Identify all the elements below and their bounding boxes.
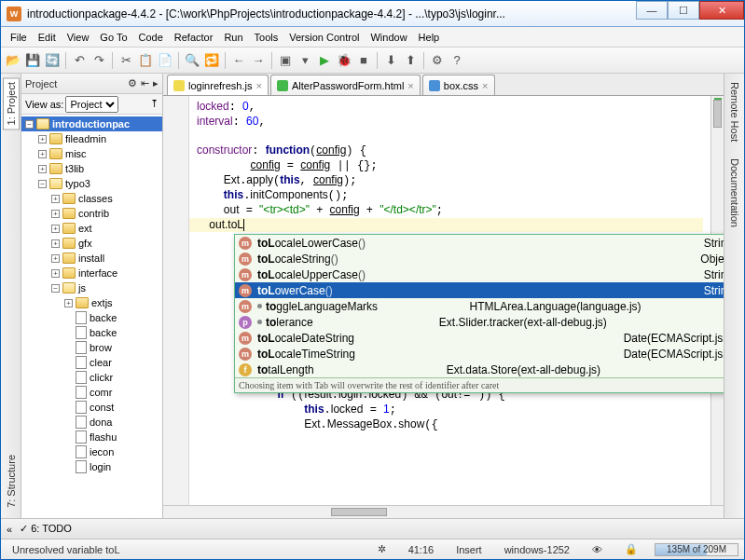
status-inspector-icon[interactable]: 👁	[586, 544, 608, 555]
completion-item[interactable]: mtoggleLanguageMarksHTMLArea.Language(la…	[235, 298, 724, 314]
hscroll-thumb[interactable]	[331, 508, 387, 516]
tree-node[interactable]: +fileadmin	[21, 131, 162, 146]
expand-icon[interactable]: +	[51, 195, 60, 203]
redo-icon[interactable]: ↷	[90, 52, 107, 69]
tree-node[interactable]: iecon	[21, 444, 162, 459]
menu-edit[interactable]: Edit	[33, 30, 62, 45]
completion-item[interactable]: ftotalLengthExt.data.Store(ext-all-debug…	[235, 362, 724, 377]
menu-run[interactable]: Run	[218, 30, 248, 45]
view-as-select[interactable]: Project	[65, 96, 118, 113]
tree-node[interactable]: backe	[21, 325, 162, 340]
forward-icon[interactable]: →	[250, 52, 267, 69]
stop-icon[interactable]: ■	[355, 52, 372, 69]
tool-remote-host-tab[interactable]: Remote Host	[726, 77, 743, 146]
menu-window[interactable]: Window	[365, 30, 412, 45]
save-all-icon[interactable]: 💾	[24, 52, 41, 69]
open-icon[interactable]: 📂	[5, 52, 21, 69]
run-icon[interactable]: ▶	[316, 52, 333, 69]
completion-item[interactable]: ptoleranceExt.Slider.tracker(ext-all-deb…	[235, 314, 724, 330]
debug-icon[interactable]: 🐞	[336, 52, 352, 69]
tree-node[interactable]: +misc	[21, 146, 162, 161]
completion-item[interactable]: mtoLocaleLowerCase()String	[235, 235, 724, 251]
build-icon[interactable]: ▣	[277, 52, 294, 69]
expand-icon[interactable]: +	[51, 210, 60, 218]
collapse-icon[interactable]: −	[38, 180, 47, 188]
completion-item[interactable]: mtoLocaleTimeStringDate(ECMAScript.js2)	[235, 346, 724, 362]
status-lock-icon[interactable]: 🔒	[619, 543, 643, 555]
close-tab-icon[interactable]: ×	[255, 80, 261, 91]
tool-documentation-tab[interactable]: Documentation	[726, 154, 743, 232]
expand-icon[interactable]: +	[38, 165, 47, 173]
find-icon[interactable]: 🔍	[184, 52, 200, 69]
status-caret-pos[interactable]: 41:16	[403, 544, 440, 555]
expand-icon[interactable]: +	[51, 225, 60, 233]
tab-alterpasswordform[interactable]: AlterPasswordForm.html ×	[270, 75, 421, 95]
replace-icon[interactable]: 🔁	[203, 52, 220, 69]
close-tab-icon[interactable]: ×	[407, 80, 413, 91]
tree-node[interactable]: login	[21, 459, 162, 474]
tree-node[interactable]: −js	[21, 280, 162, 295]
cut-icon[interactable]: ✂	[117, 52, 134, 69]
tree-node[interactable]: flashu	[21, 430, 162, 444]
close-button[interactable]: ✕	[699, 1, 744, 20]
tree-node[interactable]: comr	[21, 385, 162, 400]
settings-icon[interactable]: ⚙	[429, 52, 446, 69]
tree-node[interactable]: dona	[21, 415, 162, 430]
tree-node[interactable]: +ext	[21, 221, 162, 236]
minimize-button[interactable]: —	[636, 1, 668, 20]
menu-file[interactable]: File	[5, 30, 33, 45]
menu-refactor[interactable]: Refactor	[169, 30, 219, 45]
nav-prev-icon[interactable]: «	[7, 524, 12, 535]
vcs-update-icon[interactable]: ⬇	[382, 52, 399, 69]
tree-node[interactable]: clickr	[21, 370, 162, 385]
todo-tab[interactable]: ✓ 6: TODO	[20, 523, 72, 535]
tree-node[interactable]: +interface	[21, 266, 162, 280]
code-viewport[interactable]: locked: 0, interval: 60, constructor: fu…	[163, 96, 724, 518]
completion-popup[interactable]: mtoLocaleLowerCase()StringmtoLocaleStrin…	[234, 234, 724, 393]
maximize-button[interactable]: ☐	[668, 1, 699, 20]
completion-item[interactable]: mtoLocaleString()Object	[235, 251, 724, 266]
tree-node[interactable]: +gfx	[21, 236, 162, 251]
tool-project-tab[interactable]: 1: Project	[3, 77, 20, 130]
gutter[interactable]	[163, 96, 189, 518]
menu-help[interactable]: Help	[413, 30, 446, 45]
expand-icon[interactable]: +	[64, 299, 73, 307]
paste-icon[interactable]: 📄	[157, 52, 173, 69]
back-icon[interactable]: ←	[230, 52, 247, 69]
menu-tools[interactable]: Tools	[249, 30, 284, 45]
panel-collapse-icon[interactable]: ⇤	[141, 77, 149, 89]
tree-node[interactable]: const	[21, 400, 162, 415]
tree-node[interactable]: clear	[21, 355, 162, 370]
menu-vcs[interactable]: Version Control	[283, 30, 365, 45]
status-insert-mode[interactable]: Insert	[450, 544, 488, 555]
tree-node[interactable]: +extjs	[21, 295, 162, 310]
tab-loginrefresh[interactable]: loginrefresh.js ×	[167, 75, 269, 95]
tree-node[interactable]: +t3lib	[21, 161, 162, 176]
vcs-commit-icon[interactable]: ⬆	[402, 52, 419, 69]
menu-code[interactable]: Code	[133, 30, 169, 45]
status-encoding[interactable]: windows-1252	[499, 544, 575, 555]
project-tree[interactable]: −introductionpac+fileadmin+misc+t3lib−ty…	[21, 115, 162, 518]
completion-item[interactable]: mtoLocaleDateStringDate(ECMAScript.js2)	[235, 330, 724, 346]
expand-icon[interactable]: +	[51, 254, 60, 263]
completion-item[interactable]: mtoLowerCase()String	[235, 282, 724, 298]
title-bar[interactable]: W introductionpackage-4.4.2 - [C:\work\P…	[1, 1, 744, 27]
tree-node[interactable]: −introductionpac	[21, 116, 162, 131]
expand-icon[interactable]: +	[38, 135, 47, 143]
tree-node[interactable]: −typo3	[21, 176, 162, 191]
sync-icon[interactable]: 🔄	[44, 52, 61, 69]
run-config-icon[interactable]: ▾	[297, 52, 313, 69]
completion-item[interactable]: mtoLocaleUpperCase()String	[235, 266, 724, 282]
vscroll-thumb[interactable]	[713, 100, 722, 128]
undo-icon[interactable]: ↶	[71, 52, 88, 69]
panel-gear-icon[interactable]: ⚙	[128, 77, 137, 89]
collapse-icon[interactable]: −	[25, 120, 34, 129]
expand-icon[interactable]: +	[51, 269, 60, 278]
expand-icon[interactable]: +	[51, 239, 60, 248]
horizontal-scrollbar[interactable]	[163, 505, 724, 518]
scroll-to-icon[interactable]: ⤒	[150, 98, 159, 110]
tool-structure-tab[interactable]: 7: Structure	[3, 450, 20, 512]
copy-icon[interactable]: 📋	[137, 52, 154, 69]
close-tab-icon[interactable]: ×	[482, 80, 488, 91]
tree-node[interactable]: backe	[21, 310, 162, 325]
